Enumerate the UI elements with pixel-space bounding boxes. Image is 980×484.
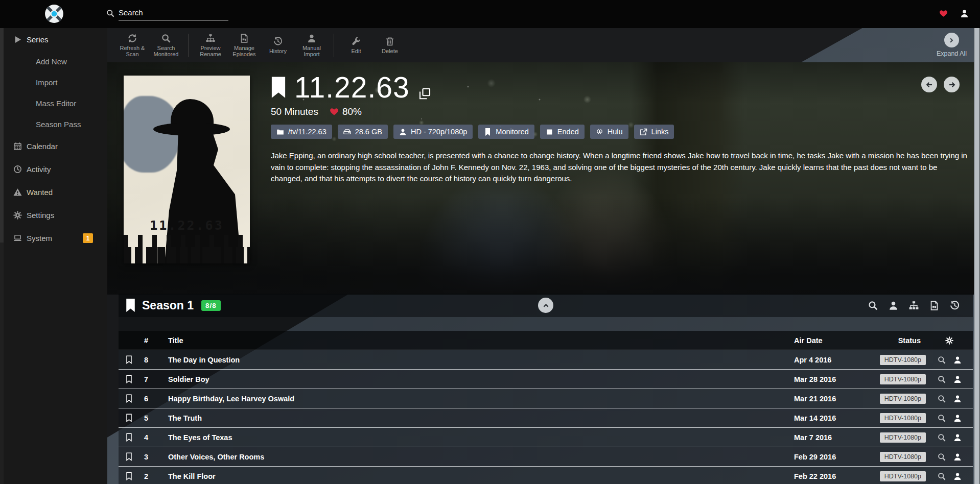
sidebar-scrollbar[interactable] xyxy=(0,28,4,484)
episode-status-cell: HDTV-1080p xyxy=(849,355,926,365)
episode-interactive-search-icon[interactable] xyxy=(953,453,962,461)
toolbar-button-label: Delete xyxy=(382,48,398,54)
bookmark-outline-icon xyxy=(126,433,132,442)
monitored-badge[interactable]: Monitored xyxy=(478,125,534,139)
status-ended-badge[interactable]: Ended xyxy=(540,125,585,139)
episode-search-icon[interactable] xyxy=(938,453,946,461)
episode-row[interactable]: 8 The Day in Question Apr 4 2016 HDTV-10… xyxy=(119,350,973,370)
episode-interactive-search-icon[interactable] xyxy=(953,433,962,442)
episode-title[interactable]: The Truth xyxy=(159,414,747,422)
episode-title[interactable]: Happy Birthday, Lee Harvey Oswald xyxy=(159,395,747,403)
title-column-header[interactable]: Title xyxy=(159,336,747,345)
delete-button[interactable]: Delete xyxy=(373,37,407,54)
episode-title[interactable]: Soldier Boy xyxy=(159,375,747,383)
sidebar-item-season-pass[interactable]: Season Pass xyxy=(0,114,107,135)
number-column-header[interactable]: # xyxy=(139,336,159,345)
episode-interactive-search-icon[interactable] xyxy=(953,356,962,364)
manage-episodes-button[interactable]: Manage Episodes xyxy=(227,34,261,57)
episode-number: 7 xyxy=(139,375,159,383)
season-monitored-bookmark-icon[interactable] xyxy=(126,299,135,312)
episode-row[interactable]: 3 Other Voices, Other Rooms Feb 29 2016 … xyxy=(119,447,973,467)
refresh-and-scan-button[interactable]: Refresh & Scan xyxy=(115,34,149,57)
collapse-season-button[interactable] xyxy=(538,298,553,313)
expand-all-button[interactable]: Expand All xyxy=(937,33,967,57)
episode-interactive-search-icon[interactable] xyxy=(953,395,962,403)
sidebar-item-import[interactable]: Import xyxy=(0,72,107,93)
previous-series-button[interactable] xyxy=(921,77,937,92)
sidebar-item-series[interactable]: Series xyxy=(0,28,107,51)
episode-number: 4 xyxy=(139,433,159,442)
season-files-icon[interactable] xyxy=(929,301,939,310)
episode-quality-badge: HDTV-1080p xyxy=(880,355,926,365)
quality-badge[interactable]: HD - 720p/1080p xyxy=(393,125,473,139)
episode-table-body: 8 The Day in Question Apr 4 2016 HDTV-10… xyxy=(119,350,973,484)
episode-row[interactable]: 2 The Kill Floor Feb 22 2016 HDTV-1080p xyxy=(119,467,973,484)
episode-row[interactable]: 7 Soldier Boy Mar 28 2016 HDTV-1080p xyxy=(119,370,973,389)
episode-interactive-search-icon[interactable] xyxy=(953,414,962,422)
season-history-icon[interactable] xyxy=(950,301,960,310)
sonarr-logo-icon[interactable] xyxy=(44,4,64,23)
sidebar-item-mass-editor[interactable]: Mass Editor xyxy=(0,93,107,114)
episode-quality-badge: HDTV-1080p xyxy=(880,471,926,481)
page-scrollbar[interactable] xyxy=(974,28,980,484)
episode-monitor-toggle[interactable] xyxy=(119,355,139,364)
season-interactive-search-icon[interactable] xyxy=(889,301,898,310)
toolbar-button-label: History xyxy=(269,48,287,54)
toolbar-button-label: Refresh & Scan xyxy=(116,45,149,57)
search-input[interactable] xyxy=(119,7,228,20)
edit-button[interactable]: Edit xyxy=(339,37,373,54)
path-badge[interactable]: /tv/11.22.63 xyxy=(271,125,332,139)
status-column-header[interactable]: Status xyxy=(849,336,926,345)
episode-status-cell: HDTV-1080p xyxy=(849,432,926,443)
search-monitored-button[interactable]: Search Monitored xyxy=(149,34,183,57)
episode-search-icon[interactable] xyxy=(938,472,946,480)
network-badge[interactable]: Hulu xyxy=(590,125,628,139)
table-options-gear-icon[interactable] xyxy=(945,336,953,345)
episode-row[interactable]: 4 The Eyes of Texas Mar 7 2016 HDTV-1080… xyxy=(119,428,973,447)
monitored-bookmark-icon[interactable] xyxy=(271,77,286,98)
episode-search-icon[interactable] xyxy=(938,375,946,383)
episode-search-icon[interactable] xyxy=(938,356,946,364)
episode-search-icon[interactable] xyxy=(938,395,946,403)
episode-title[interactable]: The Eyes of Texas xyxy=(159,433,747,442)
bookmark-icon xyxy=(484,128,492,136)
episode-interactive-search-icon[interactable] xyxy=(953,472,962,480)
user-icon[interactable] xyxy=(960,9,969,18)
preview-rename-button[interactable]: Preview Rename xyxy=(194,34,227,57)
manual-import-button[interactable]: Manual Import xyxy=(295,34,329,57)
episode-monitor-toggle[interactable] xyxy=(119,394,139,403)
episode-air-date: Apr 4 2016 xyxy=(747,356,849,364)
bookmark-outline-icon xyxy=(126,375,132,383)
history-button[interactable]: History xyxy=(261,37,295,54)
sidebar-item-calendar[interactable]: Calendar xyxy=(0,135,107,158)
episode-interactive-search-icon[interactable] xyxy=(953,375,962,383)
episode-monitor-toggle[interactable] xyxy=(119,433,139,442)
size-badge[interactable]: 28.6 GB xyxy=(338,125,388,139)
toolbar-separator xyxy=(334,34,334,57)
season-rename-icon[interactable] xyxy=(909,301,919,310)
donate-heart-icon[interactable] xyxy=(939,9,948,18)
episode-monitor-toggle[interactable] xyxy=(119,414,139,422)
next-series-button[interactable] xyxy=(944,77,960,92)
episode-number: 8 xyxy=(139,356,159,364)
sidebar-item-add-new[interactable]: Add New xyxy=(0,51,107,72)
episode-search-icon[interactable] xyxy=(938,433,946,442)
sidebar-item-activity[interactable]: Activity xyxy=(0,158,107,181)
clock-icon xyxy=(13,165,22,174)
season-search-icon[interactable] xyxy=(868,301,878,310)
episode-search-icon[interactable] xyxy=(938,414,946,422)
episode-row[interactable]: 5 The Truth Mar 14 2016 HDTV-1080p xyxy=(119,408,973,428)
sidebar-item-settings[interactable]: Settings xyxy=(0,204,107,227)
episode-row[interactable]: 6 Happy Birthday, Lee Harvey Oswald Mar … xyxy=(119,389,973,408)
episode-monitor-toggle[interactable] xyxy=(119,472,139,480)
episode-monitor-toggle[interactable] xyxy=(119,375,139,383)
air-date-column-header[interactable]: Air Date xyxy=(747,336,849,345)
episode-title[interactable]: The Kill Floor xyxy=(159,472,747,480)
sidebar-item-wanted[interactable]: Wanted xyxy=(0,181,107,204)
links-badge[interactable]: Links xyxy=(634,125,674,139)
episode-monitor-toggle[interactable] xyxy=(119,452,139,461)
clone-icon[interactable] xyxy=(419,88,431,100)
episode-title[interactable]: The Day in Question xyxy=(159,356,747,364)
episode-title[interactable]: Other Voices, Other Rooms xyxy=(159,453,747,461)
sidebar-item-system[interactable]: System 1 xyxy=(0,227,107,250)
